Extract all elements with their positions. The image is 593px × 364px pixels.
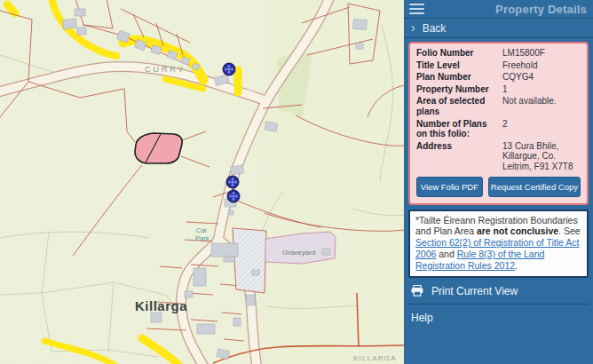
folio-row-address: Address 13 Cura Bhile, Killargue, Co. Le… [416,141,581,172]
car-park-area [233,228,266,293]
property-marker-north[interactable] [223,63,235,75]
back-label: Back [423,22,447,35]
property-map-app: CURRY Killarga KILLARGA Graveyard Car Pa… [0,0,593,364]
label-killarga-townland: KILLARGA [353,354,397,362]
folio-row-area: Area of selected plans Not available. [416,96,581,116]
map-vegetation [258,0,404,364]
menu-hamburger-icon[interactable] [409,4,424,14]
back-button[interactable]: › Back [404,19,593,38]
folio-row-property-number: Property Number 1 [416,84,581,95]
boundaries-disclaimer: *Tailte Éireann Registration Boundaries … [408,210,589,278]
property-details-panel: Property Details › Back Folio Number LM1… [404,0,593,364]
disclaimer-and: and [436,249,456,259]
folio-row-plan-count: Number of Plans on this folio: 2 [416,119,581,139]
folio-row-folio-number: Folio Number LM15800F [416,48,581,59]
folio-details-card: Folio Number LM15800F Title Level Freeho… [408,42,589,205]
selected-parcel[interactable] [135,133,182,163]
folio-row-plan-number: Plan Number CQYG4 [416,72,581,83]
label-car-park-2: Park [195,234,210,242]
property-marker-mid[interactable] [226,176,239,188]
panel-title: Property Details [495,3,587,16]
map-canvas[interactable]: CURRY Killarga KILLARGA Graveyard Car Pa… [0,0,404,364]
panel-body: Folio Number LM15800F Title Level Freeho… [404,38,593,364]
label-car-park-1: Car [196,226,208,234]
help-label: Help [411,312,433,324]
map-viewport[interactable]: CURRY Killarga KILLARGA Graveyard Car Pa… [0,0,404,364]
panel-header: Property Details [404,0,593,19]
label-graveyard: Graveyard [282,249,315,257]
help-button[interactable]: Help [408,305,589,331]
label-curry: CURRY [145,64,186,74]
view-folio-pdf-button[interactable]: View Folio PDF [416,177,483,197]
disclaimer-bold: are not conclusive [477,226,558,236]
printer-icon [411,285,423,297]
property-marker-south[interactable] [227,190,240,202]
chevron-right-icon: › [411,21,415,34]
label-killarga-town: Killarga [135,298,187,313]
print-label: Print Current View [431,285,518,297]
print-current-view-button[interactable]: Print Current View [408,278,589,305]
folio-row-title-level: Title Level Freehold [416,60,581,71]
disclaimer-suffix: . [515,260,518,271]
request-certified-copy-button[interactable]: Request Certified Copy [488,177,581,197]
disclaimer-mid: . See [558,226,581,236]
